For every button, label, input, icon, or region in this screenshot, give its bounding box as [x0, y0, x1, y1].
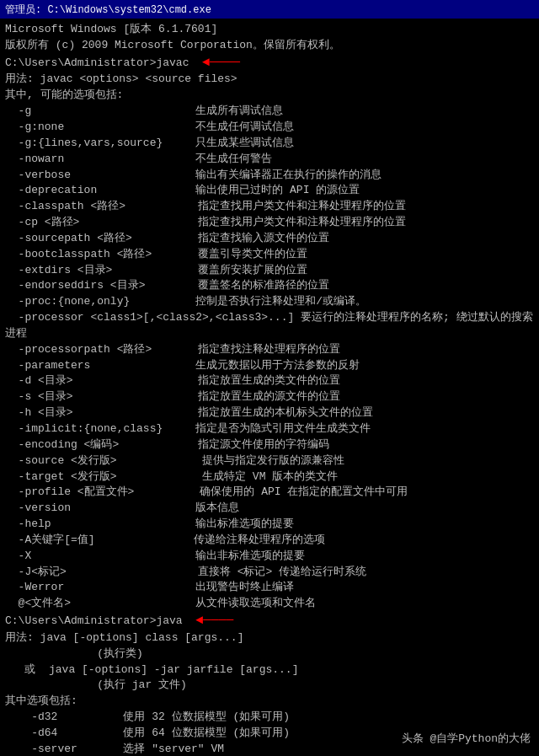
- terminal-line: -processorpath <路径> 指定查找注释处理程序的位置: [5, 342, 534, 358]
- terminal-line: -help 输出标准选项的提要: [5, 517, 534, 533]
- titlebar-text: 管理员: C:\Windows\system32\cmd.exe: [5, 3, 534, 17]
- terminal-line: -g:none 不生成任何调试信息: [5, 120, 534, 136]
- terminal-line: -proc:{none,only} 控制是否执行注释处理和/或编译。: [5, 294, 534, 310]
- terminal-line: -extdirs <目录> 覆盖所安装扩展的位置: [5, 263, 534, 279]
- terminal-line: 或 java [-options] -jar jarfile [args...]: [5, 662, 534, 678]
- terminal-line: (执行 jar 文件): [5, 678, 534, 694]
- watermark: 头条 @自学Python的大佬: [402, 732, 531, 748]
- terminal-line: -A关键字[=值] 传递给注释处理程序的选项: [5, 533, 534, 549]
- terminal-line: -source <发行版> 提供与指定发行版的源兼容性: [5, 453, 534, 469]
- terminal-line: -s <目录> 指定放置生成的源文件的位置: [5, 389, 534, 405]
- terminal-line: 其中, 可能的选项包括:: [5, 88, 534, 104]
- terminal-line: -verbose 输出有关编译器正在执行的操作的消息: [5, 168, 534, 184]
- terminal-line: -h <目录> 指定放置生成的本机标头文件的位置: [5, 405, 534, 421]
- terminal-line: -bootclasspath <路径> 覆盖引导类文件的位置: [5, 247, 534, 263]
- terminal-line: C:\Users\Administrator>java ◄────: [5, 612, 534, 630]
- terminal-line: -encoding <编码> 指定源文件使用的字符编码: [5, 437, 534, 453]
- terminal-line: Microsoft Windows [版本 6.1.7601]: [5, 22, 534, 38]
- terminal-line: (执行类): [5, 646, 534, 662]
- terminal-line: -X 输出非标准选项的提要: [5, 549, 534, 565]
- terminal-line: C:\Users\Administrator>javac ◄────: [5, 54, 534, 72]
- terminal-line: -cp <路径> 指定查找用户类文件和注释处理程序的位置: [5, 215, 534, 231]
- terminal-line: -target <发行版> 生成特定 VM 版本的类文件: [5, 469, 534, 485]
- terminal-line: -classpath <路径> 指定查找用户类文件和注释处理程序的位置: [5, 199, 534, 215]
- terminal-content: Microsoft Windows [版本 6.1.7601]版权所有 (c) …: [5, 22, 534, 756]
- terminal-line: -version 版本信息: [5, 501, 534, 517]
- terminal-line: -sourcepath <路径> 指定查找输入源文件的位置: [5, 231, 534, 247]
- window-titlebar: 管理员: C:\Windows\system32\cmd.exe: [0, 0, 539, 19]
- terminal-line: @<文件名> 从文件读取选项和文件名: [5, 596, 534, 612]
- terminal-line: 用法: java [-options] class [args...]: [5, 630, 534, 646]
- terminal-body: Microsoft Windows [版本 6.1.7601]版权所有 (c) …: [0, 19, 539, 756]
- terminal-line: -parameters 生成元数据以用于方法参数的反射: [5, 358, 534, 374]
- terminal-line: -J<标记> 直接将 <标记> 传递给运行时系统: [5, 565, 534, 581]
- terminal-line: -Werror 出现警告时终止编译: [5, 580, 534, 596]
- terminal-line: 用法: javac <options> <source files>: [5, 72, 534, 88]
- terminal-line: -implicit:{none,class} 指定是否为隐式引用文件生成类文件: [5, 421, 534, 437]
- terminal-line: -endorseddirs <目录> 覆盖签名的标准路径的位置: [5, 278, 534, 294]
- terminal-line: -d <目录> 指定放置生成的类文件的位置: [5, 373, 534, 389]
- terminal-line: 其中选项包括:: [5, 694, 534, 710]
- terminal-line: -nowarn 不生成任何警告: [5, 152, 534, 168]
- terminal-line: -d32 使用 32 位数据模型 (如果可用): [5, 710, 534, 726]
- terminal-line: 版权所有 (c) 2009 Microsoft Corporation。保留所有…: [5, 38, 534, 54]
- terminal-line: -processor <class1>[,<class2>,<class3>..…: [5, 310, 534, 342]
- terminal-line: -g:{lines,vars,source} 只生成某些调试信息: [5, 136, 534, 152]
- terminal-line: -profile <配置文件> 确保使用的 API 在指定的配置文件中可用: [5, 485, 534, 501]
- terminal-line: -deprecation 输出使用已过时的 API 的源位置: [5, 183, 534, 199]
- terminal-line: -g 生成所有调试信息: [5, 104, 534, 120]
